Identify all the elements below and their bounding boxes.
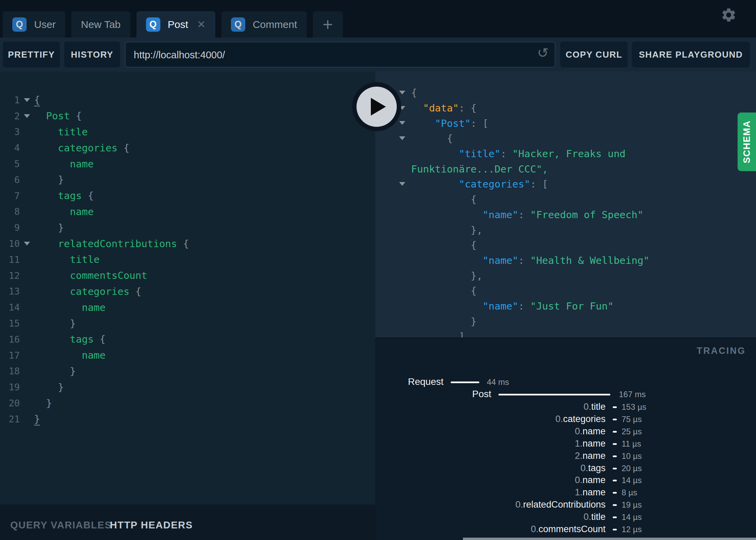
code-line: 3 title <box>0 124 375 140</box>
tracing-field-value: 25 µs <box>622 427 642 436</box>
response-text: { <box>411 194 477 205</box>
response-line: Funktionäre...Der CCC", <box>375 161 756 177</box>
schema-side-tab[interactable]: SCHEMA <box>738 112 756 171</box>
new-tab-button[interactable]: + <box>313 11 343 38</box>
code-line: 19 } <box>0 379 375 395</box>
code-text: } <box>34 222 64 234</box>
line-number: 8 <box>0 206 20 217</box>
response-text: "name": "Freedom of Speech" <box>411 209 643 221</box>
tab-comment[interactable]: QComment <box>221 11 307 38</box>
tracing-span-value: 44 ms <box>487 377 509 387</box>
endpoint-url-input[interactable] <box>133 42 523 68</box>
tracing-duration-bar <box>613 455 617 457</box>
fold-arrow-icon[interactable] <box>399 136 405 140</box>
tracing-duration-bar <box>613 431 617 433</box>
line-number: 1 <box>0 95 20 105</box>
query-variables-tab[interactable]: QUERY VARIABLES <box>10 520 112 531</box>
tracing-field-value: 11 µs <box>622 439 641 449</box>
tracing-title: TRACING <box>697 346 746 356</box>
line-number: 5 <box>0 159 20 169</box>
response-line: "Post": [ <box>375 116 756 131</box>
tracing-field-label: 0.title <box>583 402 606 412</box>
reset-endpoint-icon[interactable]: ↺ <box>537 45 549 61</box>
code-line: 14 name <box>0 299 375 315</box>
tab-new-tab[interactable]: New Tab <box>71 11 130 38</box>
tracing-field-label: 0.title <box>583 512 606 522</box>
code-line: 16 tags { <box>0 331 375 347</box>
line-number: 19 <box>0 382 20 392</box>
copy-curl-button[interactable]: COPY CURL <box>560 42 628 68</box>
tracing-span-label: Post <box>472 389 491 400</box>
line-number: 10 <box>0 238 20 249</box>
tracing-field-value: 10 µs <box>622 451 642 461</box>
response-text: Funktionäre...Der CCC", <box>411 163 548 175</box>
line-number: 13 <box>0 286 20 297</box>
history-button[interactable]: HISTORY <box>64 42 120 68</box>
tracing-field-label: 1.name <box>575 438 606 449</box>
tracing-duration-bar <box>613 468 617 469</box>
query-badge-icon: Q <box>146 17 160 32</box>
tracing-span-value: 167 ms <box>619 390 646 399</box>
response-line: }, <box>375 268 756 283</box>
tracing-field-value: 75 µs <box>622 415 642 424</box>
response-line: "name": "Freedom of Speech" <box>375 207 756 223</box>
code-text: categories { <box>34 142 129 154</box>
response-line: "data": { <box>375 101 756 116</box>
query-badge-icon: Q <box>12 17 27 32</box>
response-text: "name": "Just For Fun" <box>411 300 614 312</box>
line-number: 4 <box>0 142 20 153</box>
code-text: { <box>34 94 40 106</box>
code-text: name <box>34 206 94 217</box>
code-text: title <box>34 254 100 265</box>
settings-gear-icon[interactable] <box>721 7 737 23</box>
share-playground-button[interactable]: SHARE PLAYGROUND <box>632 42 750 68</box>
response-line: } <box>375 314 756 329</box>
response-line: "categories": [ <box>375 177 756 192</box>
code-line: 8 name <box>0 204 375 220</box>
execute-button[interactable] <box>352 82 401 131</box>
plus-icon: + <box>323 14 333 35</box>
fold-arrow-icon[interactable] <box>399 182 405 186</box>
code-line: 9 } <box>0 220 375 236</box>
prettify-button[interactable]: PRETTIFY <box>3 42 60 68</box>
code-line: 10 relatedContributions { <box>0 236 375 252</box>
tracing-horizontal-scrollbar[interactable] <box>463 538 756 540</box>
execute-button-circle <box>357 87 397 127</box>
tracing-field-label: 1.name <box>575 487 606 498</box>
fold-arrow-icon[interactable] <box>399 121 405 125</box>
code-text: relatedContributions { <box>34 238 189 250</box>
response-line: "name": "Just For Fun" <box>375 299 756 314</box>
code-line: 21} <box>0 411 375 427</box>
tracing-field-value: 14 µs <box>622 476 642 485</box>
fold-arrow-icon[interactable] <box>20 98 34 102</box>
tab-post[interactable]: QPost✕ <box>136 11 215 38</box>
tab-label: Comment <box>253 19 297 30</box>
response-text: { <box>411 285 477 297</box>
response-line: }, <box>375 222 756 238</box>
query-editor[interactable]: 1{2 Post {3 title4 categories {5 name6 }… <box>0 72 375 505</box>
fold-arrow-icon[interactable] <box>20 114 34 118</box>
code-line: 6 } <box>0 172 375 188</box>
response-text: } <box>411 316 477 327</box>
response-viewer: { "data": { "Post": [ { "title": "Hacker… <box>375 72 756 338</box>
schema-side-tab-label: SCHEMA <box>742 120 752 163</box>
tracing-duration-bar <box>613 529 617 530</box>
http-headers-tab[interactable]: HTTP HEADERS <box>110 520 193 531</box>
code-text: } <box>34 413 40 425</box>
tab-user[interactable]: QUser <box>3 11 65 38</box>
fold-arrow-icon[interactable] <box>399 91 405 94</box>
tab-close-icon[interactable]: ✕ <box>197 19 206 30</box>
tracing-duration-bar <box>498 394 610 395</box>
response-text: { <box>411 87 417 99</box>
response-line: { <box>375 85 756 101</box>
tracing-duration-bar <box>613 406 617 408</box>
fold-arrow-icon[interactable] <box>20 242 34 245</box>
response-text: { <box>411 133 453 144</box>
tab-label: User <box>34 19 56 30</box>
response-line: "title": "Hacker, Freaks und <box>375 146 756 162</box>
code-line: 11 title <box>0 252 375 268</box>
code-line: 4 categories { <box>0 140 375 156</box>
code-text: } <box>34 397 52 409</box>
query-badge-icon: Q <box>231 17 245 32</box>
play-icon <box>371 98 386 116</box>
